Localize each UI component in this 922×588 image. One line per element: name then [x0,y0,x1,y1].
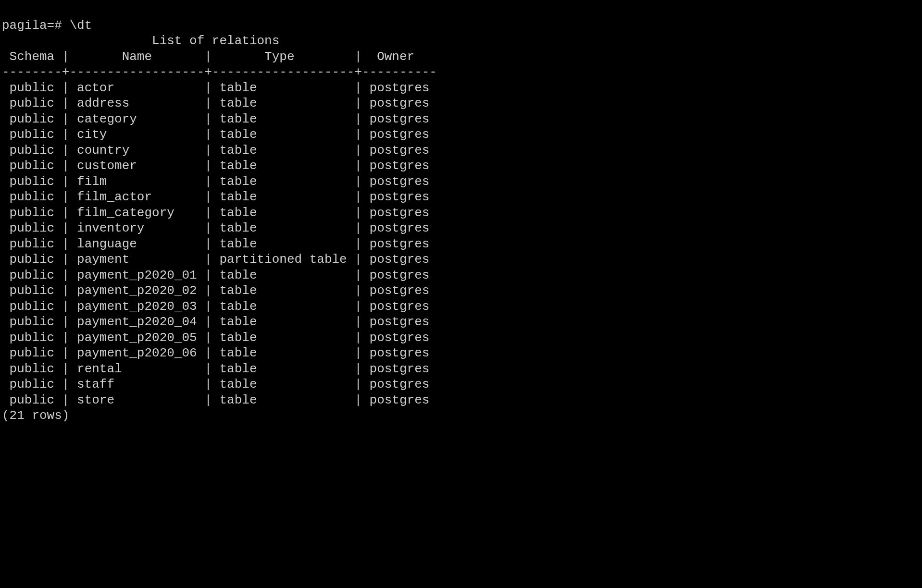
row-count: (21 rows) [2,408,69,423]
prompt: pagila=# [2,18,69,33]
prompt-line: pagila=# \dt [2,18,92,33]
table-title: List of relations [2,34,437,48]
table-separator: --------+------------------+------------… [2,65,437,79]
terminal[interactable]: pagila=# \dt List of relations Schema | … [0,0,922,424]
table-body: public | actor | table | postgres public… [2,81,437,407]
command: \dt [69,18,92,33]
table-header: Schema | Name | Type | Owner [2,49,437,64]
